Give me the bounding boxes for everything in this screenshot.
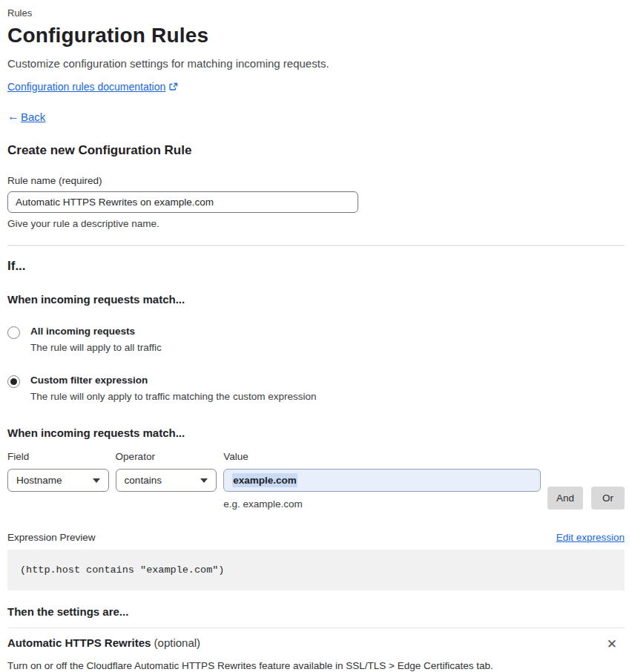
radio-description: The rule will apply to all traffic (30, 342, 162, 353)
radio-label: All incoming requests (30, 326, 162, 337)
value-helper: e.g. example.com (223, 498, 541, 510)
operator-select-value: contains (125, 475, 162, 486)
page-title: Configuration Rules (7, 24, 625, 47)
match-heading: When incoming requests match... (7, 293, 625, 306)
if-heading: If... (7, 259, 625, 274)
chevron-down-icon (200, 478, 208, 483)
back-link-label[interactable]: Back (21, 111, 45, 123)
setting-description: Turn on or off the Cloudflare Automatic … (7, 660, 625, 671)
or-button[interactable]: Or (591, 487, 625, 510)
field-label: Field (7, 451, 109, 462)
section-divider (7, 245, 625, 246)
rule-name-label: Rule name (required) (7, 175, 625, 186)
expression-preview-code: (http.host contains "example.com") (7, 550, 625, 590)
rule-name-helper: Give your rule a descriptive name. (7, 218, 625, 229)
expression-code-text: (http.host contains "example.com") (20, 564, 224, 576)
value-input[interactable]: example.com (223, 469, 541, 492)
external-link-icon (169, 82, 178, 91)
back-link[interactable]: ← Back (7, 110, 625, 123)
setting-title-optional: (optional) (151, 636, 200, 649)
filter-row: Field Hostname Operator contains Value e… (7, 451, 625, 510)
page-subtitle: Customize configuration settings for mat… (7, 57, 625, 70)
and-button[interactable]: And (547, 487, 583, 510)
then-heading: Then the settings are... (7, 605, 625, 618)
filter-match-heading: When incoming requests match... (7, 426, 625, 439)
documentation-link[interactable]: Configuration rules documentation (7, 81, 165, 93)
chevron-down-icon (93, 478, 100, 483)
value-input-text: example.com (232, 473, 297, 487)
setting-title-name: Automatic HTTPS Rewrites (7, 636, 151, 649)
value-label: Value (223, 451, 541, 462)
radio-selected-icon[interactable] (7, 375, 20, 388)
field-select-value: Hostname (16, 475, 62, 486)
edit-expression-link[interactable]: Edit expression (556, 532, 625, 543)
radio-option-all-requests[interactable]: All incoming requests The rule will appl… (7, 326, 625, 353)
rule-name-input[interactable] (7, 191, 358, 213)
operator-select[interactable]: contains (116, 469, 217, 492)
back-arrow-icon: ← (7, 110, 19, 123)
breadcrumb: Rules (7, 7, 625, 19)
close-icon[interactable]: ✕ (604, 636, 620, 652)
radio-description: The rule will only apply to traffic matc… (30, 391, 316, 402)
radio-option-custom-filter[interactable]: Custom filter expression The rule will o… (7, 375, 625, 402)
radio-unselected-icon[interactable] (7, 326, 20, 339)
setting-title: Automatic HTTPS Rewrites (optional) (7, 636, 200, 649)
field-select[interactable]: Hostname (7, 469, 109, 492)
expression-preview-label: Expression Preview (7, 532, 96, 543)
setting-divider (7, 627, 625, 628)
configuration-rules-page: Rules Configuration Rules Customize conf… (0, 0, 632, 672)
radio-label: Custom filter expression (30, 375, 316, 386)
create-rule-heading: Create new Configuration Rule (7, 143, 625, 158)
operator-label: Operator (116, 451, 217, 462)
